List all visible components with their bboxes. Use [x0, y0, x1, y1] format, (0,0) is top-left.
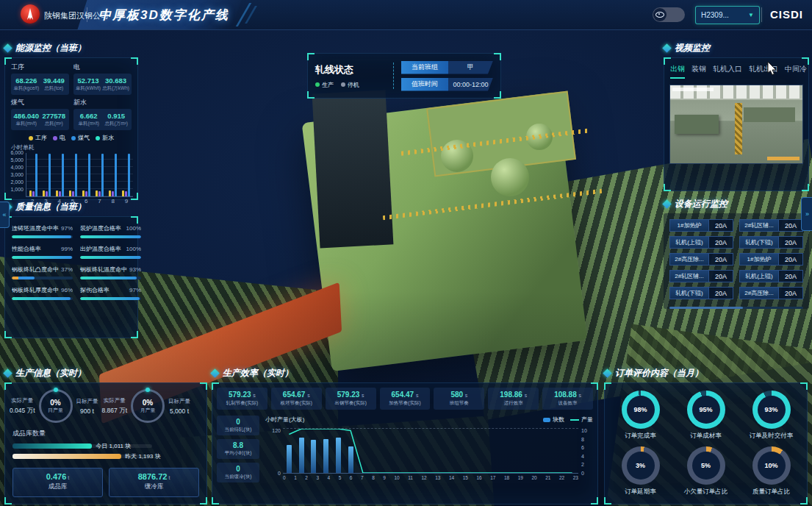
- hourly-output-line: [283, 429, 578, 473]
- equipment-name: 轧机(下辊): [669, 287, 708, 299]
- hourly-output-chart: 小时产量(大板) 块数产量 1200 1086420 0123456789101…: [265, 416, 593, 482]
- scrollbar-thumb[interactable]: [669, 307, 743, 309]
- efficiency-kpi-row: 579.23 s轧制节奏(实际)654.67 s板坯节奏(实际)579.23 s…: [212, 383, 597, 414]
- energy-bar-group: [96, 153, 104, 196]
- panel-energy: 能源监控（当班） 工序68.226单耗(kgce/t)39.449总耗(tce)…: [4, 41, 138, 200]
- equipment-item[interactable]: 2#高压除...20A: [669, 253, 733, 266]
- equipment-item[interactable]: 轧机(上辊)20A: [739, 270, 803, 282]
- energy-value: 52.713单耗(kWh/t): [76, 76, 101, 92]
- panel-equipment-title: 设备运行监控: [664, 197, 809, 210]
- store-box-成品库[interactable]: 0.476t成品库: [12, 468, 103, 497]
- kpi-value: 198.86 s: [489, 391, 538, 399]
- kpi-unit: s: [525, 393, 528, 398]
- donut-ring: 3%: [622, 446, 660, 485]
- equipment-item[interactable]: 轧机(上辊)20A: [669, 236, 733, 249]
- quality-item-header: 性能合格率99%: [12, 245, 73, 253]
- quality-label: 钢板终轧凸度命中: [12, 266, 59, 274]
- hourly-xtick: 1: [294, 475, 297, 480]
- quality-bar-track: [12, 256, 73, 259]
- energy-unit: 总耗(m³): [41, 121, 68, 127]
- energy-number: 277578: [41, 112, 68, 120]
- heat-number-dropdown[interactable]: H2309... ▼: [695, 6, 760, 24]
- status-label: 停机: [348, 81, 359, 89]
- donut-value: 3%: [627, 452, 655, 480]
- energy-bar-group: [82, 153, 90, 196]
- energy-number: 68.226: [13, 76, 40, 85]
- kpi-label: 班组节奏: [434, 400, 484, 407]
- right-panel-collapse-button[interactable]: »: [801, 197, 812, 231]
- legend-item: 新水: [96, 134, 114, 142]
- quality-metric-grid: 连铸坯温度命中率97%装炉温度合格率100%性能合格率99%出炉温度合格率100…: [5, 217, 137, 307]
- legend-item: 工序: [29, 134, 47, 142]
- mini-value: 0: [218, 418, 259, 426]
- stock-title: 成品库数量: [5, 424, 206, 438]
- bar-legend-label: 块数: [553, 416, 564, 424]
- hourly-xtick: 5: [339, 475, 342, 480]
- kpi-unit: s: [362, 393, 364, 398]
- gauge-flank: 实际产量0.045 万t: [10, 397, 35, 416]
- mini-label: 平均小时(块): [218, 450, 259, 457]
- video-tab-中间冷[interactable]: 中间冷: [785, 64, 807, 79]
- equipment-item[interactable]: 1#加热炉20A: [669, 219, 733, 232]
- quality-value: 100%: [126, 225, 141, 232]
- left-panel-collapse-button[interactable]: «: [0, 202, 10, 228]
- equipment-name: 2#高压除...: [669, 253, 708, 266]
- line-status-legend: 生产停机: [315, 81, 386, 89]
- equipment-item[interactable]: 2#高压除...20A: [739, 287, 803, 299]
- quality-item-header: 装炉温度合格率100%: [80, 224, 141, 232]
- efficiency-kpi: 579.23 s出钢节奏(实际): [326, 388, 376, 410]
- panel-orders: 订单评价内容（当月） 98%订单完成率95%订单成材率93%订单及时交付率3%订…: [604, 366, 808, 505]
- equipment-current: 20A: [708, 270, 733, 282]
- hourly-xtick: 11: [408, 475, 413, 480]
- quality-label: 钢板终轧厚度命中: [12, 286, 59, 294]
- visibility-toggle[interactable]: [653, 7, 685, 22]
- quality-item-header: 出炉温度合格率100%: [80, 245, 141, 253]
- hourly-xtick: 10: [394, 475, 399, 480]
- panel-efficiency: 生产效率（实时） 579.23 s轧制节奏(实际)654.67 s板坯节奏(实际…: [212, 366, 598, 505]
- diamond-icon: [603, 368, 612, 378]
- stock-bar-label: 今日 1,011 块: [96, 442, 131, 450]
- equipment-current: 20A: [778, 236, 803, 249]
- donut-ring: 95%: [687, 391, 725, 429]
- quality-item: 出炉温度合格率100%: [80, 245, 141, 259]
- energy-bar: [48, 154, 51, 196]
- energy-bar-group: [56, 153, 64, 196]
- quality-item-header: 钢板终轧厚度命中96%: [12, 286, 73, 294]
- donut-value: 95%: [692, 396, 720, 424]
- equipment-item[interactable]: 轧机(下辊)20A: [669, 287, 733, 299]
- energy-bar: [125, 191, 127, 196]
- equipment-scrollbar[interactable]: [669, 307, 803, 309]
- equipment-item[interactable]: 2#轧区辅...20A: [739, 219, 803, 232]
- top-header-bar: 陕钢集团汉钢公司 中厚板3D数字化产线 H2309... ▼ CISDI: [0, 0, 812, 30]
- company-logo: [21, 4, 40, 24]
- stock-bar: 昨天 1,193 块: [12, 454, 193, 459]
- video-tab-出钢[interactable]: 出钢: [670, 64, 685, 79]
- panel-quality-body: 连铸坯温度命中率97%装炉温度合格率100%性能合格率99%出炉温度合格率100…: [4, 216, 138, 338]
- mini-stat: 0当前缓冷(块): [217, 463, 259, 482]
- energy-metric-grid: 工序68.226单耗(kgce/t)39.449总耗(tce)电52.713单耗…: [5, 58, 137, 130]
- energy-number: 486.040: [13, 112, 40, 120]
- equipment-item[interactable]: 1#加热炉20A: [739, 253, 803, 266]
- gauge-flank-label: 目标产量: [168, 398, 190, 405]
- video-tab-轧机入口[interactable]: 轧机入口: [713, 64, 742, 79]
- header-divider: [761, 7, 762, 22]
- kpi-value: 580 s: [434, 391, 484, 399]
- energy-section: 电52.713单耗(kWh/t)30.683总耗(万kWh): [73, 63, 132, 95]
- bar-swatch: [543, 418, 550, 422]
- kpi-value: 654.67 s: [272, 391, 321, 399]
- cctv-feed[interactable]: [669, 85, 803, 164]
- hourly-xtick: 0: [283, 475, 286, 480]
- energy-unit: 总耗(万kWh): [102, 85, 129, 92]
- efficiency-kpi: 108.88 s设备效率: [542, 388, 593, 410]
- mini-label: 当前待轧(块): [218, 427, 259, 433]
- equipment-item[interactable]: 2#轧区辅...20A: [669, 270, 733, 282]
- equipment-item[interactable]: 轧机(下辊)20A: [739, 236, 803, 249]
- donut-value: 98%: [627, 396, 655, 424]
- line-status-body: 轧线状态 生产停机 当前班组甲值班时间00:00-12:00: [307, 53, 501, 99]
- mini-label: 当前缓冷(块): [218, 474, 259, 480]
- store-box-缓冷库[interactable]: 8876.72t缓冷库: [109, 468, 199, 497]
- video-tab-装钢[interactable]: 装钢: [691, 64, 706, 79]
- energy-value: 30.683总耗(万kWh): [102, 76, 129, 92]
- energy-value: 6.662单耗(m³/t): [76, 112, 102, 127]
- kpi-unit: s: [253, 393, 256, 398]
